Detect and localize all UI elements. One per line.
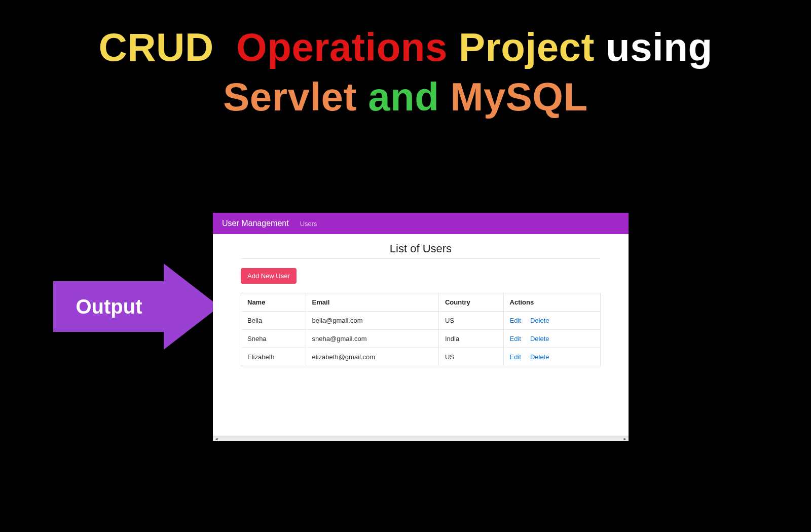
edit-link[interactable]: Edit [510,353,521,361]
scroll-left-icon[interactable]: ◄ [213,436,220,441]
cell-email: elizabeth@gmail.com [306,348,438,366]
col-email: Email [306,293,438,312]
table-row: Elizabethelizabeth@gmail.comUSEditDelete [241,348,601,366]
cell-country: US [438,348,503,366]
app-window: User Management Users List of Users Add … [213,213,629,441]
cell-actions: EditDelete [503,312,600,330]
title-word-servlet: Servlet [223,74,357,119]
delete-link[interactable]: Delete [530,353,549,361]
cell-email: bella@gmail.com [306,312,438,330]
arrow-shaft: Output [53,281,165,332]
nav-link-users[interactable]: Users [300,220,317,227]
table-header-row: Name Email Country Actions [241,293,601,312]
page-title: List of Users [241,242,601,255]
title-word-project: Project [459,25,595,69]
delete-link[interactable]: Delete [530,335,549,343]
add-user-button[interactable]: Add New User [241,268,297,284]
arrow-head-icon [164,263,219,350]
edit-link[interactable]: Edit [510,317,521,324]
title-word-mysql: MySQL [450,74,587,119]
title-word-using: using [606,25,713,69]
cell-name: Bella [241,312,306,330]
cell-country: US [438,312,503,330]
cell-email: sneha@gmail.com [306,330,438,348]
cell-country: India [438,330,503,348]
title-word-operations: Operations [236,25,448,69]
users-table: Name Email Country Actions Bellabella@gm… [241,293,601,366]
title-word-and: and [368,74,439,119]
arrow-label: Output [76,295,142,318]
horizontal-scrollbar[interactable]: ◄ ► [213,436,629,441]
scroll-right-icon[interactable]: ► [621,436,629,441]
divider [241,258,601,259]
col-actions: Actions [503,293,600,312]
col-name: Name [241,293,306,312]
edit-link[interactable]: Edit [510,335,521,343]
delete-link[interactable]: Delete [530,317,549,324]
cell-name: Elizabeth [241,348,306,366]
cell-actions: EditDelete [503,330,600,348]
table-row: Snehasneha@gmail.comIndiaEditDelete [241,330,601,348]
title-word-crud: CRUD [98,25,213,69]
nav-brand[interactable]: User Management [222,219,289,228]
cell-name: Sneha [241,330,306,348]
col-country: Country [438,293,503,312]
output-arrow: Output [53,263,220,350]
slide-title: CRUD Operations Project using Servlet an… [0,23,811,122]
navbar: User Management Users [213,213,629,234]
page-body: List of Users Add New User Name Email Co… [213,234,629,436]
table-row: Bellabella@gmail.comUSEditDelete [241,312,601,330]
cell-actions: EditDelete [503,348,600,366]
